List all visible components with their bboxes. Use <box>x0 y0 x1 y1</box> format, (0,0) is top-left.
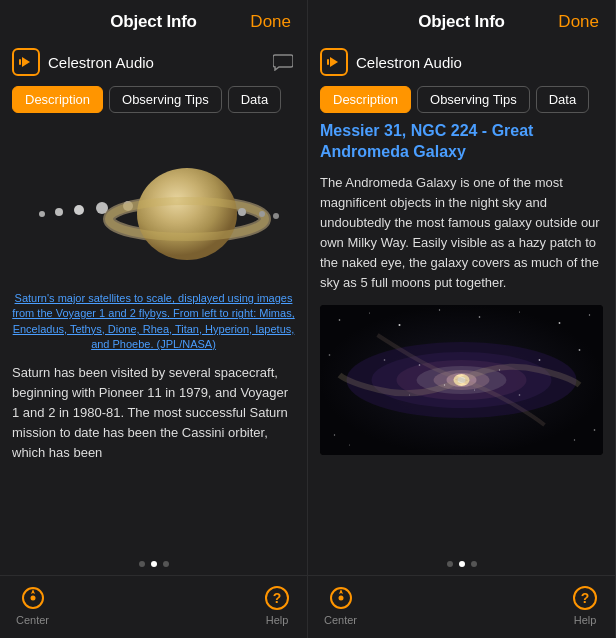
svg-point-29 <box>579 350 581 352</box>
svg-point-8 <box>137 168 237 260</box>
svg-point-4 <box>74 205 84 215</box>
galaxy-image <box>320 305 603 455</box>
tabs-left: Description Observing Tips Data <box>0 82 307 121</box>
svg-point-47 <box>519 395 521 397</box>
page-dot-3 <box>163 561 169 567</box>
left-phone: Object Info Done Celestron Audio Descrip… <box>0 0 308 638</box>
svg-point-28 <box>329 355 331 357</box>
tab-data-right[interactable]: Data <box>536 86 589 113</box>
header-title-left: Object Info <box>110 12 197 32</box>
done-button-right[interactable]: Done <box>558 12 599 32</box>
svg-point-22 <box>399 324 401 326</box>
audio-icon-right[interactable] <box>320 48 348 76</box>
center-button-left[interactable]: Center <box>16 584 49 626</box>
saturn-description: Saturn has been visited by several space… <box>12 363 295 464</box>
audio-bar-left: Celestron Audio <box>0 42 307 82</box>
saturn-image <box>12 121 295 291</box>
audio-label-right: Celestron Audio <box>356 54 603 71</box>
help-button-left[interactable]: ? Help <box>263 584 291 626</box>
done-button-left[interactable]: Done <box>250 12 291 32</box>
svg-point-24 <box>479 317 481 319</box>
svg-point-12 <box>273 213 279 219</box>
center-label-right: Center <box>324 614 357 626</box>
svg-point-20 <box>339 320 341 322</box>
svg-point-26 <box>559 323 561 325</box>
tab-description-left[interactable]: Description <box>12 86 103 113</box>
page-dot-right-2 <box>459 561 465 567</box>
galaxy-description: The Andromeda Galaxy is one of the most … <box>320 173 603 294</box>
help-icon-left: ? <box>263 584 291 612</box>
audio-bar-right: Celestron Audio <box>308 42 615 82</box>
speech-bubble-left[interactable] <box>271 50 295 74</box>
help-icon-right: ? <box>571 584 599 612</box>
svg-point-10 <box>238 208 246 216</box>
svg-point-14 <box>30 596 35 601</box>
tab-observing-right[interactable]: Observing Tips <box>417 86 530 113</box>
svg-marker-0 <box>22 57 30 67</box>
header-right: Object Info Done <box>308 0 615 42</box>
galaxy-title: Messier 31, NGC 224 - Great Andromeda Ga… <box>320 121 603 163</box>
svg-point-3 <box>55 208 63 216</box>
svg-text:?: ? <box>581 590 590 606</box>
page-dots-right <box>308 553 615 575</box>
header-title-right: Object Info <box>418 12 505 32</box>
page-dots-left <box>0 553 307 575</box>
help-label-right: Help <box>574 614 597 626</box>
audio-label-left: Celestron Audio <box>48 54 271 71</box>
svg-point-49 <box>539 360 541 362</box>
svg-point-45 <box>474 390 475 391</box>
svg-rect-1 <box>19 59 21 65</box>
svg-text:?: ? <box>273 590 282 606</box>
svg-point-21 <box>369 313 370 314</box>
help-button-right[interactable]: ? Help <box>571 584 599 626</box>
tab-description-right[interactable]: Description <box>320 86 411 113</box>
svg-point-25 <box>519 312 520 313</box>
svg-point-44 <box>499 370 500 371</box>
svg-point-43 <box>419 365 421 367</box>
tab-observing-left[interactable]: Observing Tips <box>109 86 222 113</box>
svg-point-2 <box>39 211 45 217</box>
svg-point-31 <box>594 430 596 432</box>
page-dot-right-3 <box>471 561 477 567</box>
bottom-bar-right: Center ? Help <box>308 575 615 638</box>
svg-point-50 <box>384 360 386 362</box>
center-icon-right <box>327 584 355 612</box>
center-icon-left <box>19 584 47 612</box>
svg-point-52 <box>338 596 343 601</box>
help-label-left: Help <box>266 614 289 626</box>
svg-point-46 <box>444 385 445 386</box>
content-left: Saturn's major satellites to scale, disp… <box>0 121 307 553</box>
center-button-right[interactable]: Center <box>324 584 357 626</box>
svg-marker-17 <box>330 57 338 67</box>
svg-point-23 <box>439 310 440 311</box>
right-phone: Object Info Done Celestron Audio Descrip… <box>308 0 616 638</box>
svg-point-32 <box>349 445 350 446</box>
page-dot-2 <box>151 561 157 567</box>
svg-point-48 <box>409 395 410 396</box>
svg-rect-18 <box>327 59 329 65</box>
svg-point-33 <box>574 440 575 441</box>
page-dot-1 <box>139 561 145 567</box>
header-left: Object Info Done <box>0 0 307 42</box>
audio-icon-left[interactable] <box>12 48 40 76</box>
content-right: Messier 31, NGC 224 - Great Andromeda Ga… <box>308 121 615 553</box>
svg-point-30 <box>334 435 335 436</box>
svg-point-11 <box>259 211 265 217</box>
saturn-caption[interactable]: Saturn's major satellites to scale, disp… <box>12 291 295 353</box>
page-dot-right-1 <box>447 561 453 567</box>
tabs-right: Description Observing Tips Data <box>308 82 615 121</box>
svg-point-27 <box>589 315 590 316</box>
center-label-left: Center <box>16 614 49 626</box>
tab-data-left[interactable]: Data <box>228 86 281 113</box>
bottom-bar-left: Center ? Help <box>0 575 307 638</box>
